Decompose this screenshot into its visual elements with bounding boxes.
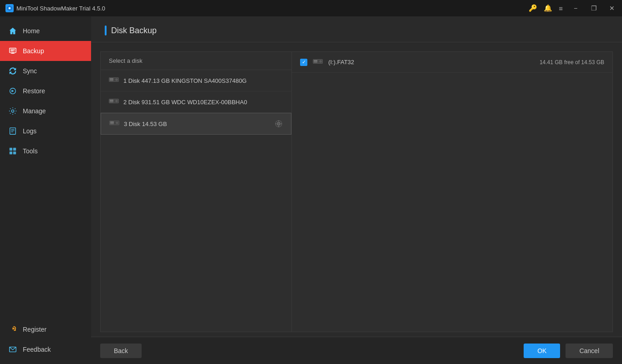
disk-selection-area: Select a disk 1 Disk 447.13 GB KINGSTON …: [100, 51, 613, 332]
backup-icon: [8, 46, 17, 56]
partition-panel: ✓ (I:).FAT32 14.41 GB free of 1: [292, 52, 612, 332]
partition-item-I: ✓ (I:).FAT32 14.41 GB free of 1: [292, 52, 612, 73]
sidebar-label-manage: Manage: [23, 107, 46, 115]
sidebar-label-logs: Logs: [23, 127, 36, 135]
svg-rect-18: [13, 152, 16, 154]
svg-point-31: [116, 101, 117, 101]
manage-icon: [8, 106, 17, 116]
svg-point-25: [116, 79, 117, 80]
svg-rect-23: [110, 78, 113, 79]
sidebar-item-manage[interactable]: Manage: [0, 101, 91, 121]
tools-icon: [8, 147, 17, 156]
disk-loading-indicator: [275, 120, 283, 128]
home-icon: [8, 26, 17, 35]
partition-size-I: 14.41 GB free of 14.53 GB: [540, 59, 604, 66]
main-layout: Home Backup Sync: [0, 16, 622, 364]
sidebar-label-register: Register: [23, 326, 46, 333]
disk-list-panel: Select a disk 1 Disk 447.13 GB KINGSTON …: [101, 52, 292, 332]
title-bar-controls: − ❐ ✕: [569, 2, 618, 15]
sidebar-item-logs[interactable]: Logs: [0, 121, 91, 141]
checkmark-icon: ✓: [302, 60, 306, 65]
feedback-icon: [8, 345, 17, 354]
sidebar-label-restore: Restore: [23, 87, 45, 95]
logs-icon: [8, 126, 17, 136]
back-button[interactable]: Back: [100, 344, 142, 358]
content-area: Disk Backup Select a disk: [91, 16, 622, 364]
sidebar-label-feedback: Feedback: [23, 346, 51, 353]
disk-list-header: Select a disk: [101, 52, 291, 70]
svg-point-40: [278, 123, 279, 124]
menu-icon[interactable]: ≡: [559, 5, 563, 12]
svg-rect-17: [10, 152, 12, 154]
app-title: MiniTool ShadowMaker Trial 4.5.0: [16, 5, 105, 12]
restore-button[interactable]: ❐: [587, 2, 600, 15]
disk-label-3: 3 Disk 14.53 GB: [124, 121, 167, 127]
svg-rect-29: [110, 100, 113, 101]
notification-icon[interactable]: 🔔: [544, 4, 552, 12]
svg-rect-8: [11, 53, 15, 54]
svg-point-2: [9, 7, 10, 9]
sidebar-label-home: Home: [23, 27, 40, 35]
minimize-button[interactable]: −: [569, 2, 582, 15]
disk-label-1: 1 Disk 447.13 GB KINGSTON SA400S37480G: [123, 77, 247, 84]
sync-icon: [8, 66, 17, 76]
logo-icon: [5, 4, 14, 12]
disk-icon-2: [109, 98, 119, 106]
disk-item-1[interactable]: 1 Disk 447.13 GB KINGSTON SA400S37480G: [101, 70, 291, 91]
sidebar-label-backup: Backup: [23, 47, 44, 55]
title-bar-extras: 🔑 🔔 ≡: [529, 4, 563, 12]
partition-drive-icon: [313, 58, 323, 66]
sidebar-item-tools[interactable]: Tools: [0, 141, 91, 161]
cancel-button[interactable]: Cancel: [566, 344, 613, 358]
svg-rect-6: [11, 51, 14, 51]
app-logo: MiniTool ShadowMaker Trial 4.5.0: [5, 4, 105, 12]
sidebar-item-register[interactable]: Register: [0, 319, 91, 339]
disk-label-2: 2 Disk 931.51 GB WDC WD10EZEX-00BBHA0: [123, 99, 247, 106]
svg-point-37: [117, 122, 117, 123]
key-icon[interactable]: 🔑: [529, 4, 537, 12]
disk-icon-3: [109, 120, 119, 128]
partition-name-I: (I:).FAT32: [328, 59, 354, 66]
svg-rect-16: [13, 148, 16, 151]
sidebar-item-backup[interactable]: Backup: [0, 41, 91, 61]
disk-icon-1: [109, 76, 119, 85]
sidebar: Home Backup Sync: [0, 16, 91, 364]
key-register-icon: [8, 325, 17, 334]
sidebar-item-sync[interactable]: Sync: [0, 61, 91, 81]
sidebar-item-restore[interactable]: Restore: [0, 81, 91, 101]
svg-rect-5: [11, 49, 15, 50]
sidebar-label-tools: Tools: [23, 147, 38, 155]
disk-item-3[interactable]: 3 Disk 14.53 GB: [101, 113, 291, 135]
page-title: Disk Backup: [111, 26, 157, 35]
svg-rect-11: [10, 128, 16, 134]
title-accent-bar: [105, 25, 107, 35]
svg-rect-48: [314, 60, 317, 61]
sidebar-label-sync: Sync: [23, 67, 37, 75]
svg-rect-15: [10, 148, 12, 151]
footer-right-buttons: OK Cancel: [524, 344, 613, 358]
partition-checkbox-I[interactable]: ✓: [300, 59, 307, 66]
disk-item-2[interactable]: 2 Disk 931.51 GB WDC WD10EZEX-00BBHA0: [101, 91, 291, 113]
ok-button[interactable]: OK: [524, 344, 560, 358]
svg-point-10: [11, 110, 14, 112]
sidebar-item-feedback[interactable]: Feedback: [0, 339, 91, 359]
footer: Back OK Cancel: [91, 337, 622, 364]
restore-icon: [8, 86, 17, 96]
title-bar: MiniTool ShadowMaker Trial 4.5.0 🔑 🔔 ≡ −…: [0, 0, 622, 16]
svg-point-50: [320, 61, 321, 62]
sidebar-item-home[interactable]: Home: [0, 21, 91, 41]
sidebar-bottom: Register Feedback: [0, 319, 91, 364]
svg-rect-35: [110, 121, 114, 122]
page-header: Disk Backup: [91, 16, 622, 42]
close-button[interactable]: ✕: [606, 2, 618, 15]
